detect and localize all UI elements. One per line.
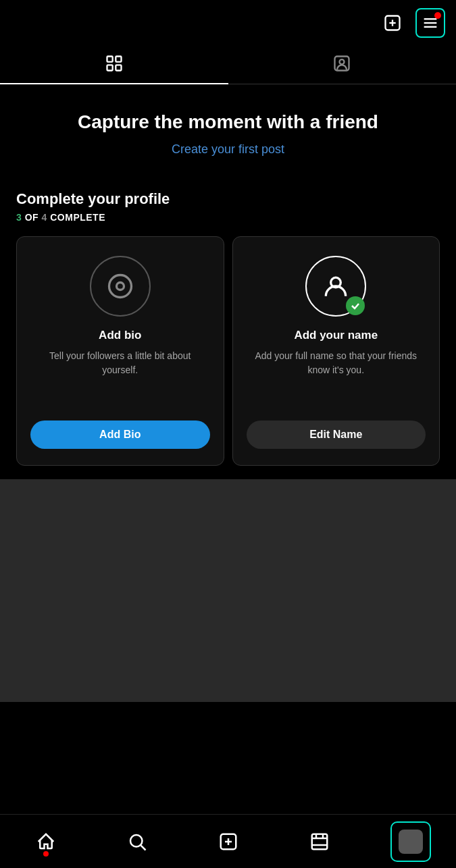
menu-button[interactable] [415,8,445,38]
main-content: Capture the moment with a friend Create … [0,84,456,479]
add-post-button[interactable] [378,8,407,38]
completed-badge [346,296,365,315]
nav-home[interactable] [26,821,66,862]
add-name-card: Add your name Add your full name so that… [232,236,440,466]
svg-point-15 [130,835,143,847]
svg-rect-20 [311,834,327,849]
tab-bar [0,43,456,84]
progress-complete-label: COMPLETE [50,212,105,223]
nav-avatar [399,830,423,854]
create-icon [218,832,238,852]
svg-point-13 [116,283,124,290]
person-circle-icon [321,271,351,301]
profile-cards: Add bio Tell your followers a little bit… [16,236,440,466]
add-name-title: Add your name [294,329,378,342]
home-notification-dot [43,851,49,857]
profile-section-title: Complete your profile [16,190,440,208]
progress-of: OF [25,212,42,223]
svg-point-12 [109,275,131,298]
bio-icon-circle [90,256,151,317]
home-icon [36,832,56,852]
edit-name-button[interactable]: Edit Name [247,421,426,449]
bottom-navigation [0,814,456,868]
add-bio-card: Add bio Tell your followers a little bit… [16,236,224,466]
svg-rect-6 [107,57,112,62]
top-bar [0,0,456,43]
hero-title: Capture the moment with a friend [16,111,440,133]
name-icon-circle [305,256,366,317]
add-name-desc: Add your full name so that your friends … [247,349,426,404]
tab-grid[interactable] [0,43,228,84]
progress-total: 4 [42,212,47,223]
svg-rect-7 [116,57,121,62]
grid-icon [105,54,124,73]
nav-reels[interactable] [299,821,340,862]
check-icon [350,300,361,311]
person-icon [332,54,351,73]
add-bio-title: Add bio [99,329,141,342]
create-post-link[interactable]: Create your first post [16,142,440,157]
svg-rect-9 [116,65,121,70]
gray-content-area [0,479,456,702]
nav-search[interactable] [117,821,157,862]
progress-indicator: 3 OF 4 COMPLETE [16,212,440,223]
chat-icon [105,271,135,301]
nav-create[interactable] [208,821,249,862]
svg-point-11 [340,59,345,64]
tab-profile[interactable] [228,43,457,84]
film-icon [309,832,330,852]
nav-profile[interactable] [390,821,431,862]
progress-count: 3 [16,212,22,223]
svg-line-16 [141,845,145,850]
add-bio-desc: Tell your followers a little bit about y… [30,349,210,404]
search-icon [127,832,147,852]
svg-rect-8 [107,65,112,70]
notification-dot [434,12,441,19]
add-bio-button[interactable]: Add Bio [30,421,210,449]
